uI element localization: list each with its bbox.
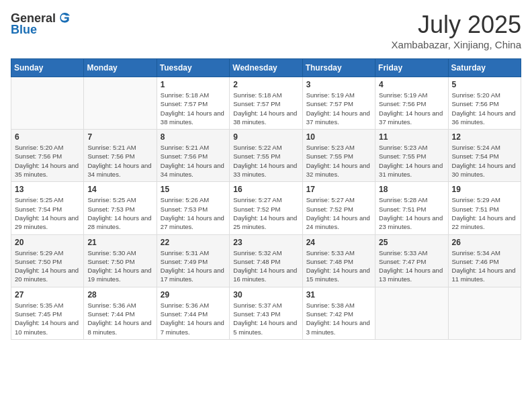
day-number: 22: [161, 238, 226, 247]
sunset-text: Sunset: 7:54 PM: [452, 152, 517, 161]
calendar-day-cell: 20Sunrise: 5:29 AMSunset: 7:50 PMDayligh…: [11, 234, 84, 287]
weekday-header-sunday: Sunday: [11, 59, 84, 77]
daylight-text: Daylight: 14 hours and 25 minutes.: [233, 214, 298, 232]
sunrise-text: Sunrise: 5:23 AM: [379, 143, 444, 152]
day-number: 17: [306, 185, 371, 194]
sunrise-text: Sunrise: 5:28 AM: [379, 195, 444, 204]
daylight-text: Daylight: 14 hours and 23 minutes.: [379, 214, 444, 232]
sunset-text: Sunset: 7:48 PM: [233, 257, 298, 266]
daylight-text: Daylight: 14 hours and 38 minutes.: [161, 109, 226, 127]
day-info: Sunrise: 5:22 AMSunset: 7:55 PMDaylight:…: [233, 143, 298, 179]
day-number: 14: [87, 185, 152, 194]
sunset-text: Sunset: 7:47 PM: [379, 257, 444, 266]
weekday-header-friday: Friday: [375, 59, 448, 77]
day-info: Sunrise: 5:32 AMSunset: 7:48 PMDaylight:…: [233, 248, 298, 284]
calendar-day-cell: 14Sunrise: 5:25 AMSunset: 7:53 PMDayligh…: [84, 182, 157, 234]
sunset-text: Sunset: 7:44 PM: [161, 310, 226, 318]
day-info: Sunrise: 5:20 AMSunset: 7:56 PMDaylight:…: [15, 143, 80, 179]
daylight-text: Daylight: 14 hours and 5 minutes.: [233, 318, 298, 336]
calendar-day-cell: 1Sunrise: 5:18 AMSunset: 7:57 PMDaylight…: [157, 77, 229, 130]
day-number: 5: [452, 80, 517, 89]
weekday-header-tuesday: Tuesday: [157, 59, 229, 77]
daylight-text: Daylight: 14 hours and 37 minutes.: [306, 109, 371, 127]
calendar-day-cell: 23Sunrise: 5:32 AMSunset: 7:48 PMDayligh…: [230, 234, 302, 287]
calendar-day-cell: 25Sunrise: 5:33 AMSunset: 7:47 PMDayligh…: [375, 234, 448, 287]
daylight-text: Daylight: 14 hours and 17 minutes.: [161, 266, 226, 284]
calendar-day-cell: 9Sunrise: 5:22 AMSunset: 7:55 PMDaylight…: [230, 130, 302, 182]
day-number: 4: [379, 80, 444, 89]
sunset-text: Sunset: 7:46 PM: [452, 257, 517, 266]
day-info: Sunrise: 5:26 AMSunset: 7:53 PMDaylight:…: [161, 195, 226, 231]
sunset-text: Sunset: 7:45 PM: [15, 310, 80, 318]
calendar-table: SundayMondayTuesdayWednesdayThursdayFrid…: [11, 58, 521, 340]
daylight-text: Daylight: 14 hours and 19 minutes.: [87, 266, 152, 284]
day-info: Sunrise: 5:19 AMSunset: 7:57 PMDaylight:…: [306, 91, 371, 126]
sunrise-text: Sunrise: 5:37 AM: [233, 301, 298, 310]
sunset-text: Sunset: 7:50 PM: [15, 257, 80, 266]
sunrise-text: Sunrise: 5:29 AM: [15, 248, 80, 257]
weekday-header-wednesday: Wednesday: [230, 59, 302, 77]
sunrise-text: Sunrise: 5:34 AM: [452, 248, 517, 257]
daylight-text: Daylight: 14 hours and 33 minutes.: [233, 161, 298, 179]
sunset-text: Sunset: 7:55 PM: [379, 152, 444, 161]
day-info: Sunrise: 5:18 AMSunset: 7:57 PMDaylight:…: [161, 91, 226, 126]
calendar-day-cell: 13Sunrise: 5:25 AMSunset: 7:54 PMDayligh…: [11, 182, 84, 234]
day-info: Sunrise: 5:36 AMSunset: 7:44 PMDaylight:…: [87, 301, 152, 336]
sunrise-text: Sunrise: 5:30 AM: [87, 248, 152, 257]
sunset-text: Sunset: 7:43 PM: [233, 310, 298, 318]
calendar-day-cell: 15Sunrise: 5:26 AMSunset: 7:53 PMDayligh…: [157, 182, 229, 234]
daylight-text: Daylight: 14 hours and 10 minutes.: [15, 318, 80, 336]
sunset-text: Sunset: 7:51 PM: [452, 205, 517, 214]
sunset-text: Sunset: 7:56 PM: [15, 152, 80, 161]
calendar-day-cell: 29Sunrise: 5:36 AMSunset: 7:44 PMDayligh…: [157, 287, 229, 339]
sunrise-text: Sunrise: 5:19 AM: [306, 91, 371, 99]
daylight-text: Daylight: 14 hours and 11 minutes.: [452, 266, 517, 284]
sunrise-text: Sunrise: 5:27 AM: [233, 195, 298, 204]
day-number: 25: [379, 238, 444, 247]
day-number: 31: [306, 290, 371, 300]
day-number: 19: [452, 185, 517, 194]
daylight-text: Daylight: 14 hours and 7 minutes.: [161, 318, 226, 336]
location-subtitle: Xambabazar, Xinjiang, China: [392, 39, 521, 50]
sunrise-text: Sunrise: 5:22 AM: [233, 143, 298, 152]
title-block: July 2025 Xambabazar, Xinjiang, China: [392, 11, 521, 50]
calendar-week-row: 6Sunrise: 5:20 AMSunset: 7:56 PMDaylight…: [11, 130, 521, 182]
daylight-text: Daylight: 14 hours and 34 minutes.: [161, 161, 226, 179]
day-number: 3: [306, 80, 371, 89]
day-number: 8: [161, 132, 226, 142]
calendar-day-cell: 2Sunrise: 5:18 AMSunset: 7:57 PMDaylight…: [230, 77, 302, 130]
day-number: 15: [161, 185, 226, 194]
sunset-text: Sunset: 7:53 PM: [161, 205, 226, 214]
day-info: Sunrise: 5:28 AMSunset: 7:51 PMDaylight:…: [379, 195, 444, 231]
calendar-day-cell: 7Sunrise: 5:21 AMSunset: 7:56 PMDaylight…: [84, 130, 157, 182]
calendar-day-cell: 31Sunrise: 5:38 AMSunset: 7:42 PMDayligh…: [302, 287, 375, 339]
day-info: Sunrise: 5:27 AMSunset: 7:52 PMDaylight:…: [233, 195, 298, 231]
calendar-day-cell: 11Sunrise: 5:23 AMSunset: 7:55 PMDayligh…: [375, 130, 448, 182]
day-info: Sunrise: 5:37 AMSunset: 7:43 PMDaylight:…: [233, 301, 298, 336]
sunrise-text: Sunrise: 5:33 AM: [306, 248, 371, 257]
sunset-text: Sunset: 7:57 PM: [233, 99, 298, 108]
day-number: 1: [161, 80, 226, 89]
sunrise-text: Sunrise: 5:23 AM: [306, 143, 371, 152]
day-info: Sunrise: 5:24 AMSunset: 7:54 PMDaylight:…: [452, 143, 517, 179]
weekday-header-thursday: Thursday: [302, 59, 375, 77]
sunrise-text: Sunrise: 5:18 AM: [233, 91, 298, 99]
sunset-text: Sunset: 7:55 PM: [233, 152, 298, 161]
sunset-text: Sunset: 7:57 PM: [161, 99, 226, 108]
sunrise-text: Sunrise: 5:25 AM: [87, 195, 152, 204]
day-number: 30: [233, 290, 298, 300]
daylight-text: Daylight: 14 hours and 31 minutes.: [379, 161, 444, 179]
logo-icon: [57, 11, 72, 26]
sunset-text: Sunset: 7:52 PM: [233, 205, 298, 214]
daylight-text: Daylight: 14 hours and 29 minutes.: [15, 214, 80, 232]
sunrise-text: Sunrise: 5:21 AM: [87, 143, 152, 152]
day-info: Sunrise: 5:34 AMSunset: 7:46 PMDaylight:…: [452, 248, 517, 284]
weekday-header-row: SundayMondayTuesdayWednesdayThursdayFrid…: [11, 59, 521, 77]
calendar-day-cell: [84, 77, 157, 130]
daylight-text: Daylight: 14 hours and 34 minutes.: [87, 161, 152, 179]
day-number: 26: [452, 238, 517, 247]
sunrise-text: Sunrise: 5:20 AM: [15, 143, 80, 152]
sunset-text: Sunset: 7:56 PM: [452, 99, 517, 108]
calendar-day-cell: 10Sunrise: 5:23 AMSunset: 7:55 PMDayligh…: [302, 130, 375, 182]
day-number: 20: [15, 238, 80, 247]
